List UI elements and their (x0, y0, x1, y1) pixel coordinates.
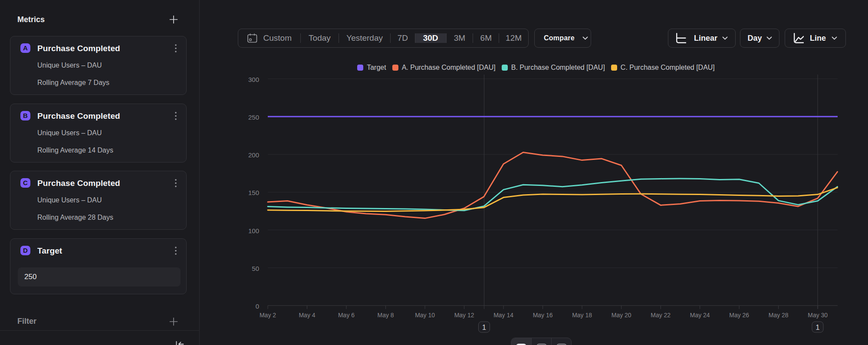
svg-text:100: 100 (248, 227, 259, 234)
svg-text:May 22: May 22 (651, 312, 671, 319)
svg-text:May 2: May 2 (260, 312, 276, 319)
svg-text:50: 50 (252, 265, 259, 272)
svg-text:1: 1 (815, 323, 819, 332)
svg-text:1: 1 (482, 323, 486, 332)
svg-text:May 24: May 24 (690, 312, 710, 319)
svg-text:May 4: May 4 (299, 312, 315, 319)
svg-text:May 8: May 8 (378, 312, 394, 319)
svg-text:250: 250 (248, 114, 259, 121)
svg-text:200: 200 (248, 151, 259, 159)
svg-text:May 14: May 14 (493, 312, 513, 319)
svg-text:May 16: May 16 (533, 312, 553, 319)
svg-text:300: 300 (248, 76, 259, 83)
svg-text:0: 0 (256, 303, 259, 310)
svg-text:150: 150 (248, 189, 259, 196)
svg-text:May 12: May 12 (454, 312, 474, 319)
svg-text:May 10: May 10 (415, 312, 435, 319)
svg-text:May 6: May 6 (338, 312, 355, 319)
svg-text:May 26: May 26 (729, 312, 749, 319)
svg-text:May 20: May 20 (612, 312, 631, 319)
svg-text:May 18: May 18 (572, 312, 592, 319)
svg-text:May 28: May 28 (769, 312, 789, 319)
svg-text:May 30: May 30 (808, 312, 828, 319)
